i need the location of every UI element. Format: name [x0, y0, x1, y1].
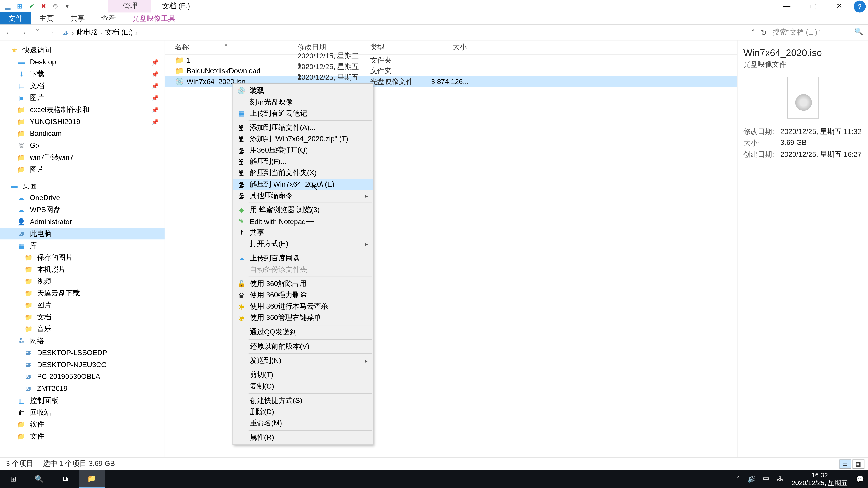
tree-wps[interactable]: ☁WPS网盘 — [0, 204, 164, 216]
ctx-360-trojan-scan[interactable]: ◉使用 360进行木马云查杀 — [233, 301, 373, 312]
tree-tianyi[interactable]: 📁天翼云盘下载 — [0, 287, 164, 299]
qat-app-icon[interactable]: ▂ — [2, 1, 13, 11]
tree-admin[interactable]: 👤Administrator — [0, 216, 164, 228]
refresh-button[interactable]: ↻ — [758, 28, 769, 37]
qat-check-icon[interactable]: ✔ — [26, 1, 37, 11]
tray-volume[interactable]: 🔊 — [744, 475, 760, 483]
ribbon-tab-share[interactable]: 共享 — [62, 12, 93, 24]
tree-network[interactable]: 🖧网络 — [0, 335, 164, 347]
tree-onedrive[interactable]: ☁OneDrive — [0, 192, 164, 204]
qat-item-icon[interactable]: ⊜ — [50, 1, 61, 11]
ctx-browser[interactable]: ◆用 蜂蜜浏览器 浏览(3) — [233, 204, 373, 216]
tray-network[interactable]: 🖧 — [773, 476, 787, 483]
search-icon[interactable]: 🔍 — [854, 27, 863, 36]
ctx-notepadpp[interactable]: ✎Edit with Notepad++ — [233, 216, 373, 227]
ctx-360-unlock[interactable]: 🔓使用 360解除占用 — [233, 278, 373, 290]
tree-quick-access[interactable]: ★快速访问 — [0, 44, 164, 56]
ribbon-tab-view[interactable]: 查看 — [93, 12, 124, 24]
maximize-button[interactable]: ▢ — [800, 0, 826, 12]
tree-local-photos[interactable]: 📁本机照片 — [0, 263, 164, 275]
help-button[interactable]: ? — [854, 1, 866, 13]
breadcrumb-this-pc[interactable]: 此电脑 — [76, 27, 98, 37]
ctx-mount[interactable]: 💿装载 — [233, 85, 373, 96]
tree-downloads[interactable]: ⬇下载📌 — [0, 68, 164, 80]
ctx-cut[interactable]: 剪切(T) — [233, 369, 373, 381]
taskbar-explorer[interactable]: 📁 — [79, 470, 105, 488]
tray-overflow[interactable]: ˄ — [733, 475, 744, 483]
ctx-baidu-upload[interactable]: ☁上传到百度网盘 — [233, 253, 373, 264]
tree-pc2[interactable]: 🖳DESKTOP-NJEU3CG — [0, 359, 164, 371]
header-name[interactable]: 名称▴ — [165, 42, 298, 53]
tree-recycle-bin[interactable]: 🗑回收站 — [0, 406, 164, 418]
ctx-share[interactable]: ⤴共享 — [233, 227, 373, 238]
tree-pc3[interactable]: 🖳PC-20190530OBLA — [0, 370, 164, 383]
tray-ime[interactable]: 中 — [760, 475, 773, 484]
chevron-right-icon[interactable]: › — [100, 28, 103, 37]
ctx-extract-to[interactable]: 🗜解压到(F)... — [233, 156, 373, 167]
qat-delete-icon[interactable]: ✖ — [38, 1, 49, 11]
breadcrumb-drive[interactable]: 文档 (E:) — [105, 27, 133, 37]
ctx-burn[interactable]: 刻录光盘映像 — [233, 96, 373, 108]
ctx-create-shortcut[interactable]: 创建快捷方式(S) — [233, 395, 373, 406]
tree-pc1[interactable]: 🖳DESKTOP-LSSOEDP — [0, 347, 164, 359]
tree-yunqishi[interactable]: 📁YUNQISHI2019📌 — [0, 116, 164, 128]
ctx-open-with[interactable]: 打开方式(H)▸ — [233, 238, 373, 250]
ctx-360-force-delete[interactable]: 🗑使用 360强力删除 — [233, 290, 373, 301]
ctx-send-to[interactable]: 发送到(N)▸ — [233, 355, 373, 366]
ctx-other-compress[interactable]: 🗜其他压缩命令▸ — [233, 190, 373, 201]
nav-history-dropdown[interactable]: ˅ — [31, 28, 44, 37]
ribbon-tab-file[interactable]: 文件 — [0, 12, 31, 24]
tree-pictures-3[interactable]: 📁图片 — [0, 299, 164, 311]
ctx-youdao[interactable]: ▦上传到有道云笔记 — [233, 108, 373, 119]
qat-dropdown-icon[interactable]: ▾ — [62, 1, 72, 11]
nav-forward-button[interactable]: → — [17, 28, 30, 37]
tray-clock[interactable]: 16:32 2020/12/25, 星期五 — [787, 470, 852, 488]
tree-libraries[interactable]: ▦库 — [0, 239, 164, 252]
chevron-right-icon[interactable]: › — [71, 28, 74, 37]
file-row[interactable]: 📁BaiduNetdiskDownload 2020/12/25, 星期五 1.… — [165, 66, 737, 76]
address-history-button[interactable]: ˅ — [749, 28, 757, 37]
tree-music[interactable]: 📁音乐 — [0, 323, 164, 335]
navigation-tree[interactable]: ★快速访问 ▬Desktop📌 ⬇下载📌 ▤文档📌 ▣图片📌 📁excel表格制… — [0, 40, 165, 457]
tree-documents[interactable]: ▤文档📌 — [0, 80, 164, 92]
nav-back-button[interactable]: ← — [2, 28, 16, 37]
start-button[interactable]: ⊞ — [0, 470, 26, 488]
breadcrumb[interactable]: 🖳 › 此电脑 › 文档 (E:) › — [60, 27, 748, 37]
ctx-extract-here[interactable]: 🗜解压到当前文件夹(X) — [233, 167, 373, 179]
search-button[interactable]: 🔍 — [26, 470, 53, 488]
tree-excel-folder[interactable]: 📁excel表格制作求和📌 — [0, 104, 164, 116]
ctx-delete[interactable]: 删除(D) — [233, 406, 373, 418]
ribbon-tab-iso-tools[interactable]: 光盘映像工具 — [124, 12, 184, 24]
tree-bandicam[interactable]: 📁Bandicam — [0, 127, 164, 139]
minimize-button[interactable]: — — [774, 0, 800, 12]
tree-desktop-2[interactable]: ▬桌面 — [0, 180, 164, 192]
ctx-copy[interactable]: 复制(C) — [233, 381, 373, 392]
ctx-restore-previous[interactable]: 还原以前的版本(V) — [233, 341, 373, 352]
tree-pictures[interactable]: ▣图片📌 — [0, 92, 164, 104]
file-row[interactable]: 📁1 2020/12/15, 星期二 1... 文件夹 — [165, 55, 737, 66]
ctx-add-zip[interactable]: 🗜添加到 "Win7x64_2020.zip" (T) — [233, 133, 373, 145]
view-icons-button[interactable]: ▦ — [852, 459, 864, 468]
tree-win7-folder[interactable]: 📁win7重装win7 — [0, 151, 164, 163]
task-view-button[interactable]: ⧉ — [53, 470, 79, 488]
nav-up-button[interactable]: ↑ — [45, 28, 58, 37]
ctx-open-360zip[interactable]: 🗜用360压缩打开(Q) — [233, 145, 373, 156]
tree-videos[interactable]: 📁视频 — [0, 275, 164, 287]
ctx-360-manage-menu[interactable]: ◉使用 360管理右键菜单 — [233, 312, 373, 324]
tree-files[interactable]: 📁文件 — [0, 430, 164, 442]
header-type[interactable]: 类型 — [370, 42, 431, 53]
ribbon-tab-home[interactable]: 主页 — [31, 12, 62, 24]
ctx-add-archive[interactable]: 🗜添加到压缩文件(A)... — [233, 122, 373, 133]
tree-documents-2[interactable]: 📁文档 — [0, 311, 164, 323]
tray-notifications[interactable]: 💬 — [852, 475, 868, 483]
tree-g-drive[interactable]: ⛃G:\ — [0, 139, 164, 151]
search-input[interactable]: 搜索"文档 (E:)" 🔍 — [770, 27, 866, 37]
header-size[interactable]: 大小 — [431, 42, 473, 53]
tree-pc4[interactable]: 🖳ZMT2019 — [0, 383, 164, 394]
tree-software[interactable]: 📁软件 — [0, 418, 164, 430]
tree-desktop[interactable]: ▬Desktop📌 — [0, 56, 164, 68]
close-button[interactable]: ✕ — [826, 0, 852, 12]
ctx-properties[interactable]: 属性(R) — [233, 432, 373, 443]
ctx-rename[interactable]: 重命名(M) — [233, 418, 373, 429]
tree-this-pc[interactable]: 🖳此电脑 — [0, 228, 164, 239]
